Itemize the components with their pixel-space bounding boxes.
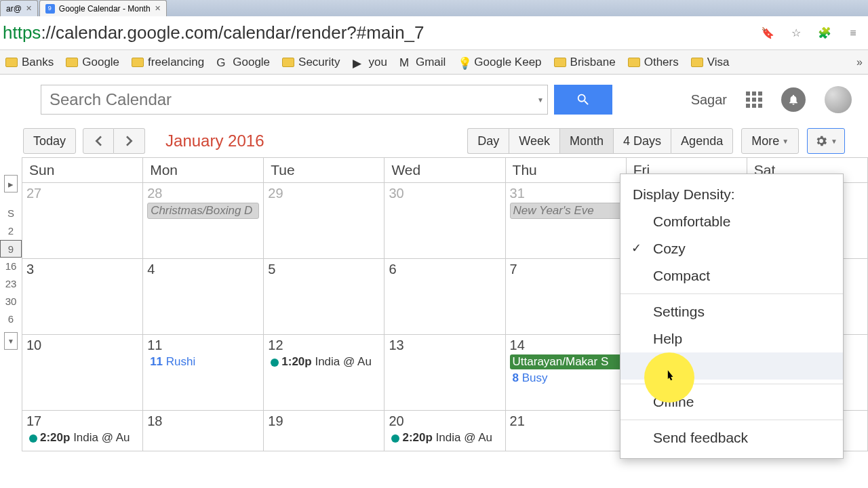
event-chip[interactable]: 11 Rushi <box>147 354 259 369</box>
day-number: 28 <box>147 186 259 201</box>
day-cell[interactable]: 30 <box>384 183 505 259</box>
day-cell[interactable]: 27 <box>22 183 143 259</box>
mini-calendar-col: ▸ S 2 9 16 23 30 6 ▼ <box>0 157 22 451</box>
close-icon[interactable]: ✕ <box>155 4 161 13</box>
tab-title: Google Calendar - Month <box>59 4 151 14</box>
settings-gear-button[interactable]: ▼ <box>807 128 845 154</box>
bookmark-item[interactable]: 💡Google Keep <box>458 56 541 69</box>
day-cell[interactable]: 31New Year's Eve <box>506 183 627 259</box>
day-cell[interactable]: 19 <box>264 411 384 451</box>
day-cell[interactable]: 21 <box>506 411 627 451</box>
day-cell[interactable]: 3 <box>22 259 143 335</box>
calendar-favicon-icon <box>45 4 55 14</box>
bookmark-item[interactable]: Brisbane <box>554 56 616 69</box>
mini-date-today[interactable]: 9 <box>0 240 22 258</box>
view-month-button[interactable]: Month <box>559 128 613 154</box>
bookmark-item[interactable]: Visa <box>691 56 730 69</box>
bookmark-label: Others <box>644 56 679 69</box>
bookmark-item[interactable]: Banks <box>5 56 54 69</box>
bookmark-label: Google Keep <box>474 56 541 69</box>
day-cell[interactable]: 14Uttarayan/Makar S8 Busy <box>506 335 627 411</box>
more-button[interactable]: More▼ <box>741 128 799 154</box>
day-cell[interactable]: 1111 Rushi <box>143 335 264 411</box>
menu-item-send-feedback[interactable]: Send feedback <box>620 424 843 451</box>
day-number: 29 <box>268 186 380 201</box>
bookmark-item[interactable]: MGmail <box>399 56 446 69</box>
day-cell[interactable]: 18 <box>143 411 264 451</box>
search-options-dropdown[interactable]: ▼ <box>534 96 547 104</box>
close-icon[interactable]: ✕ <box>26 4 32 13</box>
day-cell[interactable]: 29 <box>264 183 384 259</box>
event-chip[interactable]: 8 Busy <box>510 371 622 386</box>
event-chip[interactable]: 1:20p India @ Au <box>268 354 380 369</box>
event-chip[interactable]: New Year's Eve <box>510 203 622 219</box>
url-path: ://calendar.google.com/calendar/render?#… <box>41 22 424 43</box>
day-cell[interactable]: 4 <box>143 259 264 335</box>
view-agenda-button[interactable]: Agenda <box>671 128 733 154</box>
search-wrapper: ▼ <box>41 85 548 115</box>
menu-item-cozy[interactable]: Cozy <box>620 235 843 262</box>
mini-calendar-dropdown[interactable]: ▼ <box>4 332 18 350</box>
menu-icon[interactable]: ≡ <box>845 25 861 41</box>
browser-tab[interactable]: Google Calendar - Month ✕ <box>39 0 167 16</box>
bookmarks-bar: BanksGooglefreelancingGGoogleSecurity▶yo… <box>0 50 868 75</box>
day-cell[interactable]: 202:20p India @ Au <box>384 411 505 451</box>
bookmark-item[interactable]: GGoogle <box>216 56 270 69</box>
day-number: 4 <box>147 262 259 277</box>
expand-sidebar-icon[interactable]: ▸ <box>4 175 18 192</box>
event-chip[interactable]: Uttarayan/Makar S <box>510 354 622 369</box>
day-cell[interactable]: 28Christmas/Boxing D <box>143 183 264 259</box>
next-button[interactable] <box>114 128 145 154</box>
view-week-button[interactable]: Week <box>509 128 559 154</box>
bookmark-label: Brisbane <box>570 56 616 69</box>
bookmark-label: Gmail <box>416 56 446 69</box>
day-cell[interactable]: 5 <box>264 259 384 335</box>
bookmark-label: Google <box>82 56 119 69</box>
menu-item-compact[interactable]: Compact <box>620 262 843 289</box>
today-button[interactable]: Today <box>23 128 76 154</box>
url-display[interactable]: https://calendar.google.com/calendar/ren… <box>0 22 760 43</box>
day-cell[interactable]: 13 <box>384 335 505 411</box>
mini-date[interactable]: 6 <box>0 310 22 328</box>
mini-date[interactable]: 23 <box>0 275 22 293</box>
view-day-button[interactable]: Day <box>467 128 509 154</box>
day-cell[interactable]: 6 <box>384 259 505 335</box>
account-avatar[interactable] <box>825 86 852 113</box>
bookmark-item[interactable]: Google <box>66 56 119 69</box>
event-chip[interactable]: 2:20p India @ Au <box>26 430 138 445</box>
bookmark-item[interactable]: Others <box>628 56 679 69</box>
notifications-button[interactable] <box>781 87 806 112</box>
day-number: 13 <box>389 338 500 353</box>
menu-item-settings[interactable]: Settings <box>620 298 843 325</box>
day-number: 11 <box>147 338 259 353</box>
browser-tab[interactable]: ar@ ✕ <box>0 0 38 16</box>
bookmark-item[interactable]: Security <box>282 56 340 69</box>
menu-item-help[interactable]: Help <box>620 325 843 352</box>
username-label: Sagar <box>691 92 727 108</box>
day-cell[interactable]: 172:20p India @ Au <box>22 411 143 451</box>
bookmark-item[interactable]: ▶you <box>353 56 387 69</box>
day-cell[interactable]: 121:20p India @ Au <box>264 335 384 411</box>
tag-icon[interactable]: 🔖 <box>760 25 776 41</box>
mini-date[interactable]: 30 <box>0 293 22 310</box>
view-4days-button[interactable]: 4 Days <box>613 128 671 154</box>
day-number: 19 <box>268 413 380 429</box>
folder-icon: 💡 <box>458 56 470 68</box>
menu-item-comfortable[interactable]: Comfortable <box>620 208 843 235</box>
day-cell[interactable]: 7 <box>506 259 627 335</box>
bookmarks-overflow[interactable]: » <box>856 56 863 68</box>
search-button[interactable] <box>554 85 612 115</box>
prev-button[interactable] <box>83 128 114 154</box>
mini-date[interactable]: 2 <box>0 222 22 240</box>
event-chip[interactable]: Christmas/Boxing D <box>147 203 259 219</box>
day-number: 21 <box>510 413 622 429</box>
bookmark-label: Visa <box>707 56 730 69</box>
star-icon[interactable]: ☆ <box>788 25 804 41</box>
bookmark-item[interactable]: freelancing <box>132 56 204 69</box>
apps-grid-icon[interactable] <box>746 92 762 108</box>
extensions-icon[interactable]: 🧩 <box>816 25 833 41</box>
event-chip[interactable]: 2:20p India @ Au <box>389 430 500 445</box>
search-input[interactable] <box>41 90 534 109</box>
day-cell[interactable]: 10 <box>22 335 143 411</box>
mini-date[interactable]: 16 <box>0 258 22 275</box>
